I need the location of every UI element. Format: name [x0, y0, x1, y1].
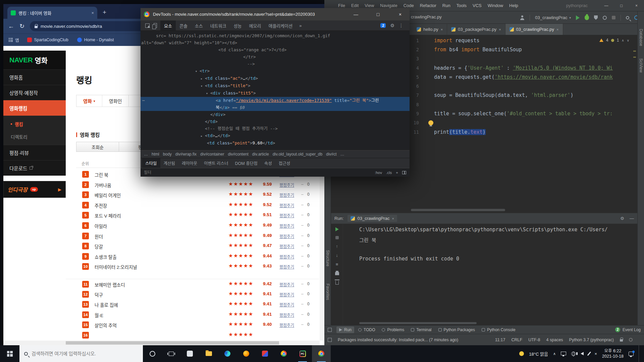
menu-item[interactable]: Run: [439, 3, 453, 8]
prev-issue-icon[interactable]: ∧: [622, 39, 624, 42]
file-explorer-button[interactable]: [199, 345, 218, 362]
devtools-node[interactable]: ▾<tr>: [141, 67, 410, 75]
more-tabs-icon[interactable]: »: [296, 23, 305, 28]
breadcrumb-item[interactable]: body: [163, 152, 172, 157]
editor-tab[interactable]: 03_packagePrac.py ×: [447, 24, 505, 35]
sidebar-menu-item[interactable]: 다운로드: [3, 160, 66, 176]
status-switcher-icon[interactable]: [328, 338, 332, 342]
devtools-node[interactable]: alt="down" width="7" height="10"></td>: [141, 39, 410, 46]
file-encoding[interactable]: UTF-8: [528, 338, 540, 342]
bookmark-item[interactable]: Home - Dynalist: [77, 38, 114, 42]
reload-icon[interactable]: ↻: [19, 22, 24, 30]
sidebar-menu-item[interactable]: 영화랭킹: [3, 100, 66, 116]
horizontal-scrollbar[interactable]: [3, 341, 320, 345]
sidebar-menu-item[interactable]: 영화홈: [3, 69, 66, 85]
minimize-button[interactable]: —: [599, 0, 614, 11]
browser-tab[interactable]: 랭킹 : 네이버 영화 ×: [7, 7, 97, 19]
new-tab-button[interactable]: +: [103, 9, 106, 16]
menu-item[interactable]: VCS: [470, 3, 485, 8]
pen-icon[interactable]: [587, 352, 591, 356]
menu-item[interactable]: Tools: [453, 3, 470, 8]
profiler-button[interactable]: [603, 16, 607, 20]
issues-badge[interactable]: 2: [380, 23, 386, 28]
apps-shortcut[interactable]: 앱: [9, 37, 19, 43]
devtools-tab[interactable]: 성능: [230, 20, 246, 31]
debug-button[interactable]: [585, 15, 589, 20]
print-icon[interactable]: [335, 272, 339, 275]
editor-tab[interactable]: 03_crawlingPrac.py ×: [505, 24, 563, 35]
display-icon[interactable]: [561, 352, 566, 355]
movie-title-link[interactable]: 덕구: [95, 291, 103, 298]
movie-title-link[interactable]: 그린 북: [95, 171, 108, 178]
kebab-menu-icon[interactable]: ⋮: [399, 23, 404, 28]
class-toggle[interactable]: .cls: [386, 171, 392, 175]
movie-title-link[interactable]: 베일리 어게인: [95, 192, 121, 198]
movie-title-link[interactable]: 살인의 추억: [95, 322, 117, 328]
rate-link[interactable]: 평점주기: [279, 282, 294, 287]
tab-close-icon[interactable]: ×: [91, 10, 94, 15]
movie-title-link[interactable]: 월-E: [95, 312, 103, 318]
rate-link[interactable]: 평점주기: [279, 192, 294, 198]
sidebar-menu-item[interactable]: 상영작·예정작: [3, 85, 66, 100]
styles-tab[interactable]: DOM 중단점: [232, 158, 261, 168]
close-button[interactable]: ×: [629, 0, 644, 11]
user-icon[interactable]: [520, 15, 525, 20]
styles-tab[interactable]: 속성: [261, 158, 275, 168]
devtools-node[interactable]: ▾<div class="tit5">: [141, 89, 410, 97]
indie-banner[interactable]: 인디극장 up ▶: [3, 181, 66, 198]
cortana-button[interactable]: [143, 345, 162, 362]
filter-input[interactable]: [144, 170, 245, 175]
menu-item[interactable]: View: [362, 3, 377, 8]
network-icon[interactable]: [571, 352, 576, 356]
run-button[interactable]: [576, 15, 580, 20]
coverage-button[interactable]: [594, 15, 598, 20]
weather-moon-icon[interactable]: [519, 351, 524, 356]
devtools-node[interactable]: ▸<td class="ac">…</td>: [141, 75, 410, 82]
show-desktop-button[interactable]: [639, 345, 641, 362]
toolwindow-button[interactable]: Python Console: [479, 326, 518, 333]
chrome-active-button[interactable]: [312, 345, 331, 362]
styles-tab[interactable]: 이벤트 리스너: [201, 158, 231, 168]
scrollbar-thumb[interactable]: [66, 341, 279, 345]
console-output[interactable]: C:\Users\LG\Desktop\sparta\pythonprac\py…: [359, 227, 635, 322]
sort-tab[interactable]: 조회순: [76, 142, 119, 152]
movie-title-link[interactable]: 포드 V 페라리: [95, 212, 121, 219]
toolwindow-database[interactable]: Database: [639, 29, 643, 46]
run-tab[interactable]: 03_crawlingPrac ×: [347, 215, 397, 222]
inspect-element-icon[interactable]: [145, 23, 150, 28]
expand-arrow-icon[interactable]: ▾: [195, 68, 200, 75]
rate-link[interactable]: 평점주기: [279, 223, 294, 229]
rate-link[interactable]: 평점주기: [279, 182, 294, 188]
devtools-tab[interactable]: 콘솔: [176, 20, 191, 31]
rate-link[interactable]: 평점주기: [279, 243, 294, 249]
ime-indicator-icon[interactable]: ×: [594, 351, 597, 356]
minimize-button[interactable]: —: [346, 8, 365, 20]
movie-title-link[interactable]: 당갈: [95, 243, 103, 250]
movie-title-link[interactable]: 쇼생크 탈출: [95, 253, 117, 260]
expand-arrow-icon[interactable]: ▸: [201, 75, 205, 82]
devtools-node[interactable]: ▸<td>…</td>: [141, 132, 410, 139]
hide-panel-icon[interactable]: —: [630, 216, 634, 221]
notification-icon[interactable]: [629, 352, 634, 356]
tab-close-icon[interactable]: ×: [556, 27, 558, 32]
tray-chevron-up-icon[interactable]: ∧: [553, 352, 556, 356]
console-hscrollbar[interactable]: [359, 322, 477, 324]
line-separator[interactable]: CRLF: [511, 338, 522, 342]
lock-icon[interactable]: [620, 339, 623, 342]
devtools-tab[interactable]: 네트워크: [207, 20, 230, 31]
editor-hscrollbar[interactable]: [411, 209, 505, 211]
movie-title-link[interactable]: 아일라: [95, 223, 107, 229]
event-log-button[interactable]: 2 Event Log: [615, 327, 641, 332]
search-box[interactable]: [19, 345, 143, 362]
menu-item[interactable]: Window: [485, 3, 506, 8]
pinned-app-button[interactable]: [180, 345, 199, 362]
maximize-button[interactable]: □: [614, 0, 629, 11]
breadcrumb-item[interactable]: …: [144, 152, 148, 157]
pseudo-state-toggle[interactable]: :hov: [375, 171, 382, 175]
intention-bulb-icon[interactable]: [428, 120, 433, 125]
clock[interactable]: 오후 6:22 2021-10-18: [602, 348, 624, 359]
pane-layout-icon[interactable]: [402, 171, 406, 174]
devtools-node[interactable]: </tr>: [141, 53, 410, 60]
devtools-node[interactable]: ▾<td class="title">: [141, 82, 410, 89]
back-icon[interactable]: ←: [8, 23, 14, 30]
